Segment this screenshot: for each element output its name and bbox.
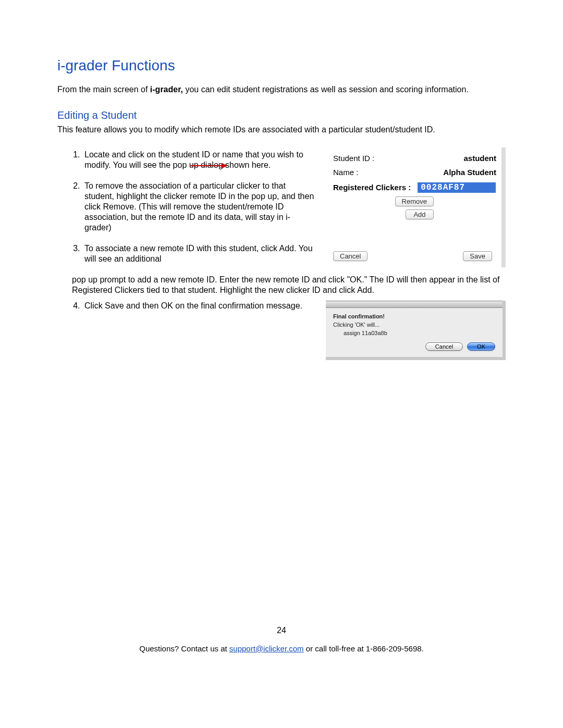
footer-mid: or call toll-free at (304, 644, 366, 653)
dialog-titlebar (326, 301, 503, 308)
intro-pre: From the main screen of (57, 85, 150, 94)
intro-bold: i-grader, (150, 85, 183, 94)
add-button[interactable]: Add (406, 209, 434, 219)
step-4: Click Save and then OK on the final conf… (82, 301, 315, 311)
footer-pre: Questions? Contact us at (139, 644, 229, 653)
step-3a: To associate a new remote ID with this s… (82, 243, 315, 264)
page-heading: i-grader Functions (57, 57, 506, 74)
remove-button[interactable]: Remove (395, 196, 434, 206)
arrow-icon (190, 165, 226, 166)
footer-email-link[interactable]: support@iclicker.com (229, 644, 304, 653)
intro-paragraph: From the main screen of i-grader, you ca… (57, 84, 506, 95)
step-1b: see the pop (143, 161, 187, 169)
student-id-value: astudent (463, 154, 496, 163)
confirmation-dialog: Final confirmation! Clicking 'OK' will..… (326, 301, 506, 360)
cancel-button[interactable]: Cancel (333, 251, 368, 261)
clicker-list[interactable]: 0028AF87 (417, 182, 496, 193)
confirm-cancel-button[interactable]: Cancel (425, 342, 463, 351)
registered-clickers-label: Registered Clickers : (333, 182, 411, 192)
student-edit-dialog: Student ID : astudent Name : Alpha Stude… (326, 147, 506, 267)
step-3b: pop up prompt to add a new remote ID. En… (72, 275, 506, 295)
save-button[interactable]: Save (463, 251, 492, 261)
student-id-label: Student ID : (333, 154, 374, 163)
sub-intro: This feature allows you to modify which … (57, 125, 506, 135)
confirm-ok-button[interactable]: OK (467, 342, 495, 351)
footer-contact: Questions? Contact us at support@iclicke… (0, 644, 563, 653)
footer-phone: 1-866-209-5698. (366, 644, 424, 653)
confirm-title: Final confirmation! (333, 313, 495, 319)
step-2: To remove the association of a particula… (82, 181, 315, 233)
confirm-assign: assign 11a03a8b (344, 330, 495, 336)
name-value: Alpha Student (443, 168, 496, 177)
confirm-line: Clicking 'OK' will... (333, 322, 495, 328)
intro-post: you can edit student registrations as we… (183, 85, 469, 94)
sub-heading: Editing a Student (57, 109, 506, 121)
page-number: 24 (0, 626, 563, 635)
clicker-item-selected[interactable]: 0028AF87 (418, 182, 496, 193)
name-label: Name : (333, 168, 358, 177)
step-1: Locate and click on the student ID or na… (82, 150, 315, 170)
